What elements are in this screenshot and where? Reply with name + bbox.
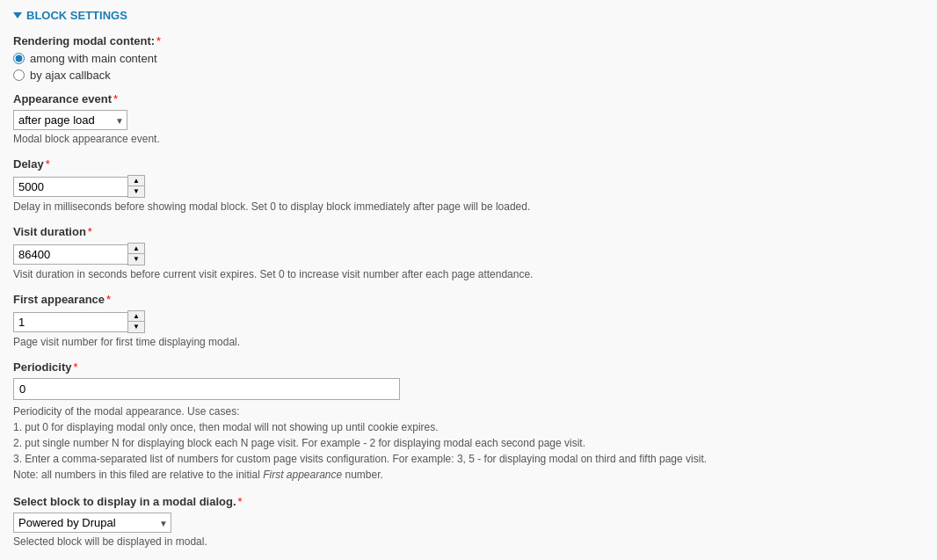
visit-duration-up-button[interactable]: ▲ [128, 244, 144, 254]
delay-input-wrapper: ▲ ▼ [13, 175, 924, 198]
first-appearance-input[interactable] [13, 312, 127, 332]
radio-among[interactable] [13, 53, 25, 64]
visit-duration-required: * [88, 225, 92, 238]
periodicity-info: Periodicity of the modal appearance. Use… [13, 404, 924, 483]
visit-duration-description: Visit duration in seconds before current… [13, 268, 924, 280]
select-block-field: Select block to display in a modal dialo… [13, 495, 924, 548]
periodicity-line4: 3. Enter a comma-separated list of numbe… [13, 451, 924, 467]
periodicity-line1: Periodicity of the modal appearance. Use… [13, 404, 924, 419]
visit-duration-field: Visit duration* ▲ ▼ Visit duration in se… [13, 225, 924, 280]
appearance-event-description: Modal block appearance event. [13, 133, 924, 145]
radio-ajax[interactable] [13, 69, 25, 81]
appearance-event-field: Appearance event* after page load ▼ Moda… [13, 92, 924, 145]
appearance-event-select[interactable]: after page load [13, 110, 127, 130]
first-appearance-label: First appearance [13, 293, 105, 306]
radio-option-ajax: by ajax callback [13, 69, 924, 82]
visit-duration-input[interactable] [13, 244, 127, 265]
periodicity-field: Periodicity* Periodicity of the modal ap… [13, 360, 924, 483]
select-block-label: Select block to display in a modal dialo… [13, 495, 236, 508]
visit-duration-down-button[interactable]: ▼ [128, 254, 144, 265]
delay-down-button[interactable]: ▼ [128, 186, 144, 197]
rendering-label: Rendering modal content: [13, 34, 155, 47]
rendering-modal-field: Rendering modal content:* among with mai… [13, 34, 924, 82]
first-appearance-up-button[interactable]: ▲ [128, 311, 144, 322]
select-block-description: Selected block will be displayed in moda… [13, 535, 924, 548]
appearance-event-required: * [113, 92, 118, 105]
select-block-select[interactable]: Powered by Drupal [13, 513, 171, 533]
appearance-event-label: Appearance event [13, 92, 112, 105]
delay-required: * [46, 157, 50, 171]
first-appearance-description: Page visit number for first time display… [13, 336, 924, 348]
rendering-required: * [156, 34, 161, 47]
delay-up-button[interactable]: ▲ [128, 176, 144, 186]
periodicity-line5-prefix: Note: all numbers in this filed are rela… [13, 469, 263, 481]
periodicity-input[interactable] [13, 378, 400, 400]
collapse-triangle-icon[interactable] [13, 12, 22, 18]
first-appearance-required: * [106, 293, 111, 306]
select-block-required: * [238, 495, 243, 508]
first-appearance-spinner: ▲ ▼ [127, 310, 145, 333]
periodicity-line3: 2. put single number N for displaying bl… [13, 435, 924, 451]
delay-label: Delay [13, 157, 44, 171]
periodicity-label: Periodicity [13, 360, 71, 374]
block-settings-title: BLOCK SETTINGS [26, 9, 127, 22]
first-appearance-down-button[interactable]: ▼ [128, 322, 144, 332]
select-block-wrapper: Powered by Drupal ▼ [13, 513, 171, 533]
delay-field: Delay* ▲ ▼ Delay in milliseconds before … [13, 157, 924, 213]
first-appearance-input-wrapper: ▲ ▼ [13, 310, 924, 333]
visit-duration-input-wrapper: ▲ ▼ [13, 243, 924, 265]
delay-spinner: ▲ ▼ [127, 175, 145, 198]
visit-duration-spinner: ▲ ▼ [127, 243, 145, 265]
delay-input[interactable] [13, 177, 127, 197]
radio-option-among: among with main content [13, 52, 924, 65]
periodicity-line2: 1. put 0 for displaying modal only once,… [13, 419, 924, 435]
block-settings-header: BLOCK SETTINGS [13, 9, 924, 22]
periodicity-required: * [73, 360, 77, 374]
first-appearance-field: First appearance* ▲ ▼ Page visit number … [13, 293, 924, 348]
radio-ajax-label[interactable]: by ajax callback [30, 69, 111, 82]
periodicity-line5: Note: all numbers in this filed are rela… [13, 467, 924, 483]
appearance-event-select-wrapper: after page load ▼ [13, 110, 127, 130]
periodicity-line5-italic: First appearance [263, 469, 342, 481]
periodicity-line5-suffix: number. [342, 469, 383, 481]
delay-description: Delay in milliseconds before showing mod… [13, 200, 924, 213]
visit-duration-label: Visit duration [13, 225, 86, 238]
radio-among-label[interactable]: among with main content [30, 52, 157, 65]
